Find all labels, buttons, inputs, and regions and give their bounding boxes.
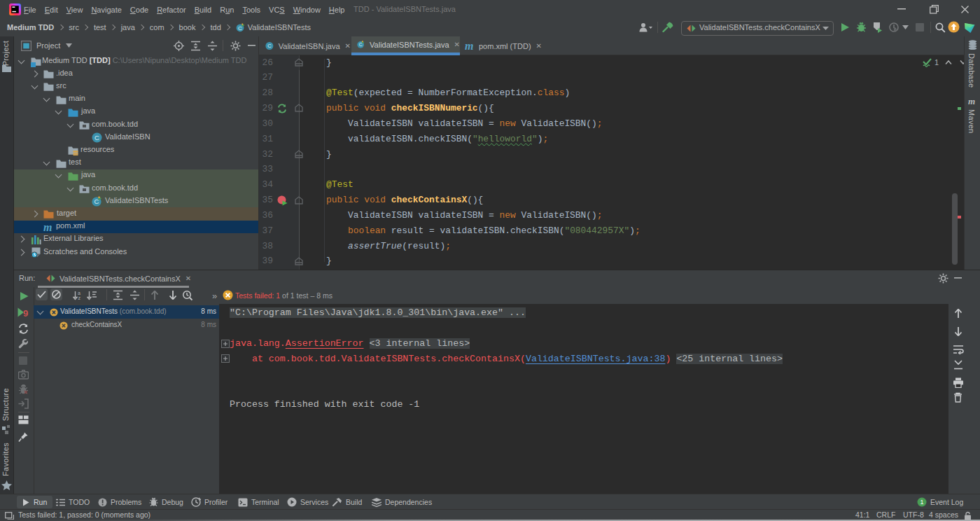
svg-text:z: z bbox=[78, 296, 81, 300]
svg-text:m: m bbox=[968, 97, 975, 106]
svg-text:1: 1 bbox=[920, 499, 923, 506]
svg-text:C: C bbox=[238, 25, 242, 31]
svg-text:a: a bbox=[78, 291, 80, 296]
svg-text:9: 9 bbox=[23, 308, 28, 318]
